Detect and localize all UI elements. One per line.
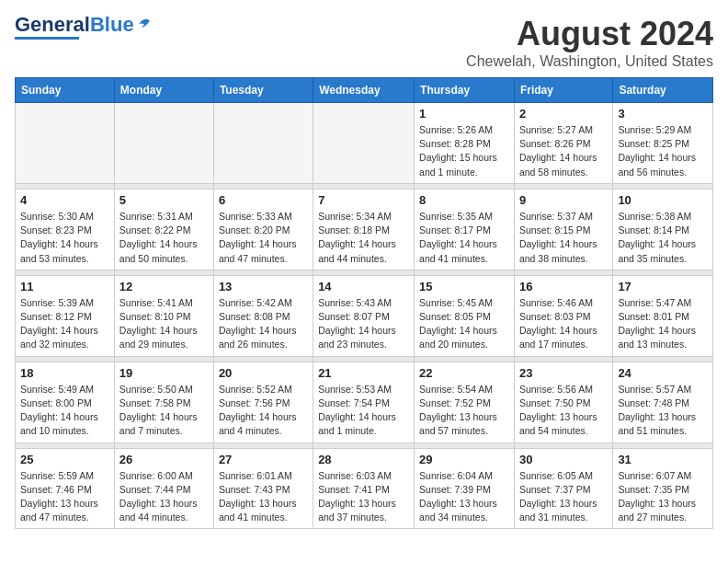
title-section: August 2024 Chewelah, Washington, United… <box>466 15 713 70</box>
calendar-cell: 15 Sunrise: 5:45 AMSunset: 8:05 PMDaylig… <box>415 275 515 356</box>
calendar-cell: 17 Sunrise: 5:47 AMSunset: 8:01 PMDaylig… <box>613 275 713 356</box>
day-detail: Sunrise: 5:52 AMSunset: 7:56 PMDaylight:… <box>219 383 308 439</box>
day-detail: Sunrise: 5:43 AMSunset: 8:07 PMDaylight:… <box>318 296 409 352</box>
calendar-cell: 8 Sunrise: 5:35 AMSunset: 8:17 PMDayligh… <box>415 189 515 270</box>
logo-text: GeneralBlue <box>15 15 134 35</box>
weekday-header-friday: Friday <box>514 78 612 103</box>
calendar-cell: 4 Sunrise: 5:30 AMSunset: 8:23 PMDayligh… <box>16 189 115 270</box>
calendar-cell <box>16 103 115 184</box>
day-detail: Sunrise: 5:33 AMSunset: 8:20 PMDaylight:… <box>219 210 308 266</box>
day-detail: Sunrise: 5:31 AMSunset: 8:22 PMDaylight:… <box>119 210 209 266</box>
day-number: 10 <box>618 193 708 207</box>
calendar-cell: 21 Sunrise: 5:53 AMSunset: 7:54 PMDaylig… <box>313 362 415 442</box>
day-detail: Sunrise: 6:05 AMSunset: 7:37 PMDaylight:… <box>519 469 608 525</box>
day-detail: Sunrise: 5:57 AMSunset: 7:48 PMDaylight:… <box>618 383 708 439</box>
day-detail: Sunrise: 5:39 AMSunset: 8:12 PMDaylight:… <box>20 296 109 352</box>
weekday-header-tuesday: Tuesday <box>213 78 313 103</box>
day-number: 24 <box>618 366 708 380</box>
calendar-cell: 3 Sunrise: 5:29 AMSunset: 8:25 PMDayligh… <box>613 103 713 184</box>
day-number: 11 <box>20 280 109 293</box>
day-number: 5 <box>119 193 209 207</box>
calendar-cell: 23 Sunrise: 5:56 AMSunset: 7:50 PMDaylig… <box>514 362 612 442</box>
day-number: 20 <box>219 366 308 380</box>
calendar-cell: 7 Sunrise: 5:34 AMSunset: 8:18 PMDayligh… <box>313 189 415 270</box>
calendar-week-3: 11 Sunrise: 5:39 AMSunset: 8:12 PMDaylig… <box>16 275 713 356</box>
location-title: Chewelah, Washington, United States <box>466 53 713 70</box>
logo-underline <box>15 37 79 40</box>
calendar-cell: 9 Sunrise: 5:37 AMSunset: 8:15 PMDayligh… <box>514 189 612 270</box>
calendar-cell: 28 Sunrise: 6:03 AMSunset: 7:41 PMDaylig… <box>313 448 415 529</box>
day-number: 22 <box>419 366 509 380</box>
weekday-header-row: SundayMondayTuesdayWednesdayThursdayFrid… <box>16 78 713 103</box>
day-number: 23 <box>519 366 608 380</box>
weekday-header-saturday: Saturday <box>613 78 713 103</box>
day-detail: Sunrise: 5:45 AMSunset: 8:05 PMDaylight:… <box>419 296 509 352</box>
calendar-cell: 22 Sunrise: 5:54 AMSunset: 7:52 PMDaylig… <box>415 362 515 442</box>
calendar-cell: 1 Sunrise: 5:26 AMSunset: 8:28 PMDayligh… <box>415 103 515 184</box>
day-number: 2 <box>519 107 608 121</box>
calendar-cell: 31 Sunrise: 6:07 AMSunset: 7:35 PMDaylig… <box>613 448 713 529</box>
day-detail: Sunrise: 5:42 AMSunset: 8:08 PMDaylight:… <box>219 296 308 352</box>
day-number: 18 <box>20 366 109 380</box>
day-number: 27 <box>219 453 308 466</box>
calendar-cell: 11 Sunrise: 5:39 AMSunset: 8:12 PMDaylig… <box>16 275 115 356</box>
day-number: 6 <box>219 193 308 207</box>
day-number: 17 <box>618 280 708 293</box>
calendar-cell: 2 Sunrise: 5:27 AMSunset: 8:26 PMDayligh… <box>514 103 612 184</box>
day-detail: Sunrise: 6:03 AMSunset: 7:41 PMDaylight:… <box>318 469 409 525</box>
day-number: 21 <box>318 366 409 380</box>
weekday-header-sunday: Sunday <box>16 78 115 103</box>
calendar-cell: 19 Sunrise: 5:50 AMSunset: 7:58 PMDaylig… <box>114 362 213 442</box>
calendar-cell: 25 Sunrise: 5:59 AMSunset: 7:46 PMDaylig… <box>16 448 115 529</box>
calendar-cell: 26 Sunrise: 6:00 AMSunset: 7:44 PMDaylig… <box>114 448 213 529</box>
day-detail: Sunrise: 5:26 AMSunset: 8:28 PMDaylight:… <box>419 123 509 179</box>
day-detail: Sunrise: 5:38 AMSunset: 8:14 PMDaylight:… <box>618 210 708 266</box>
day-detail: Sunrise: 5:41 AMSunset: 8:10 PMDaylight:… <box>119 296 209 352</box>
day-number: 25 <box>20 453 109 466</box>
day-number: 29 <box>419 453 509 466</box>
page-header: GeneralBlue August 2024 Chewelah, Washin… <box>15 15 713 70</box>
calendar-cell <box>313 103 415 184</box>
calendar-table: SundayMondayTuesdayWednesdayThursdayFrid… <box>15 77 713 529</box>
day-number: 9 <box>519 193 608 207</box>
calendar-cell: 29 Sunrise: 6:04 AMSunset: 7:39 PMDaylig… <box>415 448 515 529</box>
day-number: 26 <box>119 453 209 466</box>
day-number: 30 <box>519 453 608 466</box>
calendar-cell <box>213 103 313 184</box>
calendar-cell: 10 Sunrise: 5:38 AMSunset: 8:14 PMDaylig… <box>613 189 713 270</box>
calendar-cell: 24 Sunrise: 5:57 AMSunset: 7:48 PMDaylig… <box>613 362 713 442</box>
month-title: August 2024 <box>466 15 713 53</box>
day-detail: Sunrise: 6:04 AMSunset: 7:39 PMDaylight:… <box>419 469 509 525</box>
day-detail: Sunrise: 5:46 AMSunset: 8:03 PMDaylight:… <box>519 296 608 352</box>
calendar-cell: 18 Sunrise: 5:49 AMSunset: 8:00 PMDaylig… <box>16 362 115 442</box>
calendar-cell: 14 Sunrise: 5:43 AMSunset: 8:07 PMDaylig… <box>313 275 415 356</box>
day-number: 12 <box>119 280 209 293</box>
day-number: 31 <box>618 453 708 466</box>
day-detail: Sunrise: 5:29 AMSunset: 8:25 PMDaylight:… <box>618 123 708 179</box>
day-number: 13 <box>219 280 308 293</box>
day-detail: Sunrise: 5:27 AMSunset: 8:26 PMDaylight:… <box>519 123 608 179</box>
day-number: 3 <box>618 107 708 121</box>
day-number: 1 <box>419 107 509 121</box>
calendar-cell: 12 Sunrise: 5:41 AMSunset: 8:10 PMDaylig… <box>114 275 213 356</box>
calendar-week-5: 25 Sunrise: 5:59 AMSunset: 7:46 PMDaylig… <box>16 448 713 529</box>
day-detail: Sunrise: 5:30 AMSunset: 8:23 PMDaylight:… <box>20 210 109 266</box>
day-detail: Sunrise: 6:07 AMSunset: 7:35 PMDaylight:… <box>618 469 708 525</box>
day-detail: Sunrise: 5:54 AMSunset: 7:52 PMDaylight:… <box>419 383 509 439</box>
calendar-cell: 13 Sunrise: 5:42 AMSunset: 8:08 PMDaylig… <box>213 275 313 356</box>
day-detail: Sunrise: 5:59 AMSunset: 7:46 PMDaylight:… <box>20 469 109 525</box>
calendar-cell: 6 Sunrise: 5:33 AMSunset: 8:20 PMDayligh… <box>213 189 313 270</box>
day-detail: Sunrise: 5:47 AMSunset: 8:01 PMDaylight:… <box>618 296 708 352</box>
weekday-header-monday: Monday <box>114 78 213 103</box>
calendar-cell: 16 Sunrise: 5:46 AMSunset: 8:03 PMDaylig… <box>514 275 612 356</box>
calendar-cell: 30 Sunrise: 6:05 AMSunset: 7:37 PMDaylig… <box>514 448 612 529</box>
day-detail: Sunrise: 5:34 AMSunset: 8:18 PMDaylight:… <box>318 210 409 266</box>
calendar-week-1: 1 Sunrise: 5:26 AMSunset: 8:28 PMDayligh… <box>16 103 713 184</box>
calendar-cell <box>114 103 213 184</box>
logo-bird-icon <box>136 17 153 33</box>
day-number: 15 <box>419 280 509 293</box>
day-number: 7 <box>318 193 409 207</box>
day-detail: Sunrise: 5:56 AMSunset: 7:50 PMDaylight:… <box>519 383 608 439</box>
day-detail: Sunrise: 5:35 AMSunset: 8:17 PMDaylight:… <box>419 210 509 266</box>
day-detail: Sunrise: 5:37 AMSunset: 8:15 PMDaylight:… <box>519 210 608 266</box>
